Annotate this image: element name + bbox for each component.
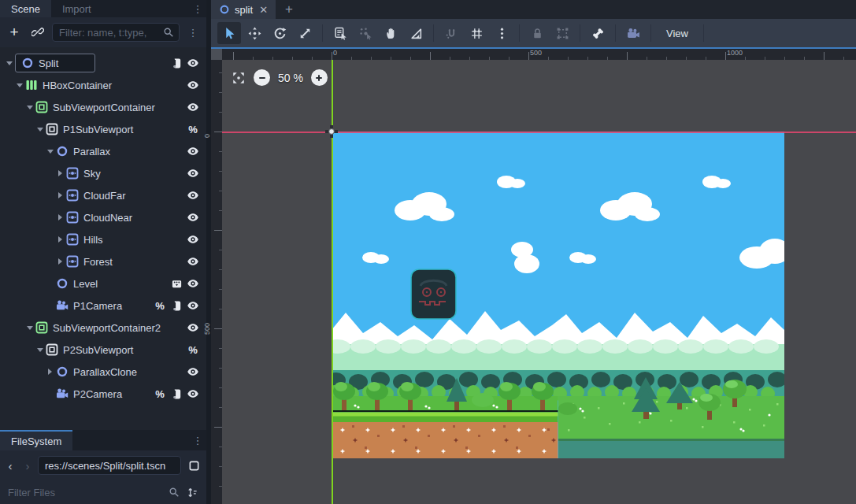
pivot-tool-button[interactable] (354, 22, 377, 44)
expand-arrow-icon[interactable] (54, 212, 66, 223)
collapse-arrow-icon[interactable] (34, 344, 46, 355)
visibility-toggle-icon[interactable] (186, 321, 200, 334)
move-tool-button[interactable] (243, 22, 266, 44)
tree-node-subviewportcontainer2[interactable]: SubViewportContainer2 (0, 317, 206, 339)
visibility-toggle-icon[interactable] (186, 145, 200, 158)
tree-node-subviewportcontainer[interactable]: SubViewportContainer (0, 96, 206, 118)
zoom-in-button[interactable] (311, 69, 328, 86)
dock-menu-dots-icon[interactable]: ⋮ (189, 0, 206, 17)
skeleton-options-button[interactable] (586, 22, 610, 44)
parallax-layer-icon (66, 255, 79, 268)
expand-arrow-icon[interactable] (44, 366, 56, 377)
new-scene-tab-button[interactable]: + (276, 0, 302, 19)
tree-node-cloudnear[interactable]: CloudNear (0, 206, 206, 228)
history-back-button[interactable]: ‹ (3, 457, 17, 474)
tree-node-forest[interactable]: Forest (0, 250, 206, 272)
zoom-percentage[interactable]: 50 % (278, 72, 303, 84)
node-name: Hills (83, 234, 103, 246)
view-menu-button[interactable]: View (657, 22, 698, 44)
node-name: P1Camera (73, 300, 122, 312)
select-tool-button[interactable] (217, 22, 241, 44)
camera-icon (56, 299, 69, 312)
toggle-split-mode-button[interactable] (184, 456, 203, 475)
current-path-box (38, 456, 181, 475)
expand-arrow-icon[interactable] (54, 256, 66, 267)
tree-node-p1subviewport[interactable]: P1SubViewport% (0, 118, 206, 140)
tree-node-parallax[interactable]: Parallax (0, 140, 206, 162)
expand-arrow-icon[interactable] (54, 168, 66, 179)
visibility-toggle-icon[interactable] (186, 255, 200, 268)
scene-tab-bar: split ✕ + (211, 0, 856, 19)
visibility-toggle-icon[interactable] (186, 57, 200, 69)
tree-node-cloudfar[interactable]: CloudFar (0, 184, 206, 206)
filesystem-menu-dots-icon[interactable]: ⋮ (189, 430, 206, 450)
parallax-layer-icon (66, 189, 79, 202)
move-icon (248, 27, 261, 40)
ruler-tool-button[interactable] (404, 22, 428, 44)
y-axis-guide-line (222, 132, 856, 133)
file-sort-button[interactable] (184, 483, 200, 502)
group-node-button[interactable] (550, 22, 574, 44)
instantiate-scene-button[interactable] (28, 23, 47, 42)
scene-tree-options-dots-icon[interactable]: ⋮ (184, 27, 202, 39)
visibility-toggle-icon[interactable] (186, 387, 200, 400)
visibility-toggle-icon[interactable] (186, 233, 200, 246)
grid-snap-button[interactable] (465, 22, 488, 44)
pan-tool-button[interactable] (379, 22, 402, 44)
visibility-toggle-icon[interactable] (186, 277, 200, 290)
visibility-toggle-icon[interactable] (186, 365, 200, 378)
parallax-layer-icon (66, 233, 79, 246)
visibility-toggle-icon[interactable] (186, 167, 200, 180)
visibility-toggle-icon[interactable] (186, 101, 200, 113)
tree-node-hboxcontainer[interactable]: HBoxContainer (0, 74, 206, 96)
scene-filter-input[interactable] (57, 26, 163, 39)
visibility-toggle-icon[interactable] (186, 189, 200, 202)
current-path-input[interactable] (43, 459, 176, 472)
collapse-arrow-icon[interactable] (24, 102, 35, 113)
expand-arrow-icon[interactable] (54, 234, 66, 245)
lock-node-button[interactable] (525, 22, 549, 44)
open-in-editor-icon[interactable] (169, 277, 183, 290)
node-name: SubViewportContainer2 (53, 322, 161, 334)
visibility-toggle-icon[interactable] (186, 211, 200, 224)
scene-dock-toolbar: + ⋮ (0, 17, 206, 47)
tree-node-split[interactable]: Split (0, 52, 206, 74)
scene-tab-split[interactable]: split ✕ (211, 0, 276, 19)
tab-scene[interactable]: Scene (0, 0, 51, 17)
center-view-icon[interactable] (232, 71, 246, 85)
collapse-arrow-icon[interactable] (44, 146, 56, 157)
player-character[interactable] (411, 269, 456, 319)
smart-snap-button[interactable] (439, 22, 463, 44)
file-filter-input[interactable] (6, 486, 164, 499)
tree-node-parallaxclone[interactable]: ParallaxClone (0, 361, 206, 383)
visibility-toggle-icon[interactable] (186, 299, 200, 312)
scale-tool-button[interactable] (293, 22, 317, 44)
list-select-tool-button[interactable] (328, 22, 352, 44)
expand-arrow-icon[interactable] (54, 190, 66, 201)
tree-node-level[interactable]: Level (0, 272, 206, 295)
zoom-out-button[interactable] (254, 69, 270, 86)
tab-filesystem[interactable]: FileSystem (0, 430, 72, 450)
tree-node-hills[interactable]: Hills (0, 228, 206, 250)
visibility-toggle-icon[interactable] (186, 79, 200, 91)
collapse-arrow-icon[interactable] (3, 57, 15, 69)
collapse-arrow-icon[interactable] (24, 322, 35, 333)
horizontal-ruler: 0 500 1000 (222, 49, 856, 60)
add-node-button[interactable]: + (5, 23, 24, 42)
node-rename-box[interactable]: Split (15, 54, 95, 72)
tree-node-p2subviewport[interactable]: P2SubViewport% (0, 339, 206, 361)
tree-node-p1camera[interactable]: P1Camera% (0, 295, 206, 317)
snap-options-dots-button[interactable] (490, 22, 513, 44)
collapse-arrow-icon[interactable] (13, 80, 25, 91)
close-tab-icon[interactable]: ✕ (259, 4, 268, 16)
origin-gizmo[interactable] (324, 124, 339, 141)
history-forward-button[interactable]: › (20, 457, 35, 474)
collapse-arrow-icon[interactable] (34, 124, 46, 135)
tree-node-sky[interactable]: Sky (0, 162, 206, 184)
script-icon (169, 57, 183, 69)
canvas[interactable]: 50 % (222, 60, 856, 504)
camera-override-button[interactable] (621, 22, 645, 44)
tree-node-p2camera[interactable]: P2Camera% (0, 383, 206, 405)
rotate-tool-button[interactable] (268, 22, 291, 44)
tab-import[interactable]: Import (51, 0, 102, 17)
